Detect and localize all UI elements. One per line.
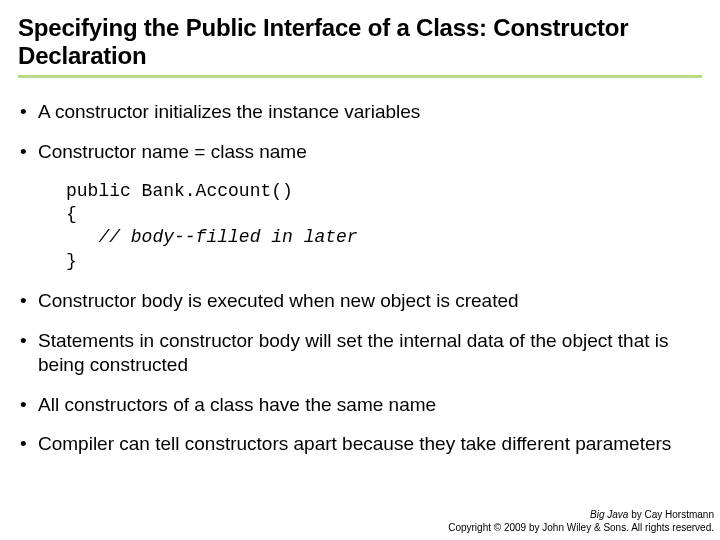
code-comment: // body--filled in later xyxy=(98,227,357,247)
code-line: { xyxy=(66,204,77,224)
bullet-list: Constructor body is executed when new ob… xyxy=(18,289,702,456)
bullet-item: A constructor initializes the instance v… xyxy=(20,100,702,124)
code-block: public Bank.Account() { // body--filled … xyxy=(66,180,702,274)
footer: Big Java by Cay Horstmann Copyright © 20… xyxy=(448,509,714,534)
book-author: by Cay Horstmann xyxy=(628,509,714,520)
code-indent xyxy=(66,227,98,247)
bullet-item: Compiler can tell constructors apart bec… xyxy=(20,432,702,456)
slide: Specifying the Public Interface of a Cla… xyxy=(0,0,720,456)
bullet-list: A constructor initializes the instance v… xyxy=(18,100,702,164)
bullet-item: Statements in constructor body will set … xyxy=(20,329,702,377)
bullet-item: All constructors of a class have the sam… xyxy=(20,393,702,417)
book-title: Big Java xyxy=(590,509,628,520)
footer-line-1: Big Java by Cay Horstmann xyxy=(448,509,714,522)
code-line: public Bank.Account() xyxy=(66,181,293,201)
page-title: Specifying the Public Interface of a Cla… xyxy=(18,14,702,78)
bullet-item: Constructor body is executed when new ob… xyxy=(20,289,702,313)
bullet-item: Constructor name = class name xyxy=(20,140,702,164)
footer-copyright: Copyright © 2009 by John Wiley & Sons. A… xyxy=(448,522,714,535)
code-line: } xyxy=(66,251,77,271)
